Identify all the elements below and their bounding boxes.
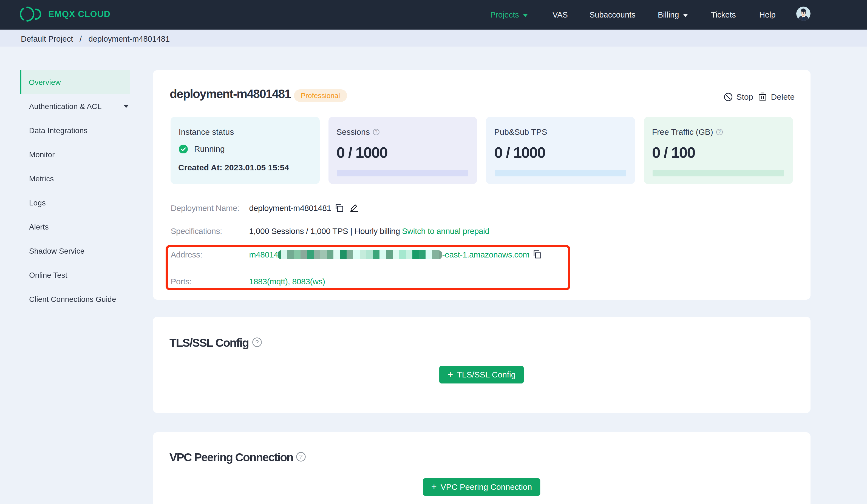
svg-text:?: ?	[375, 130, 377, 134]
svg-text:?: ?	[718, 130, 721, 134]
svg-text:?: ?	[299, 453, 303, 460]
svg-text:?: ?	[255, 339, 259, 346]
